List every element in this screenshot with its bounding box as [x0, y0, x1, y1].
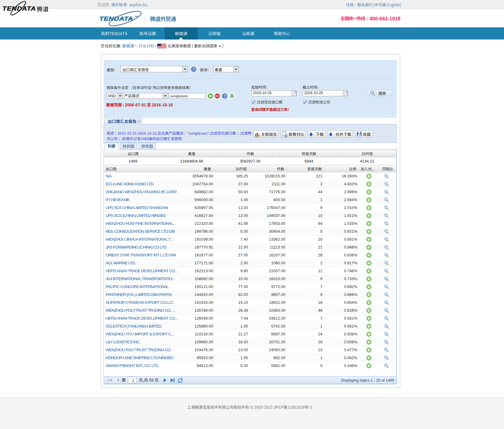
svg-text:?: ?	[224, 94, 226, 98]
svg-text:?: ?	[193, 67, 195, 71]
